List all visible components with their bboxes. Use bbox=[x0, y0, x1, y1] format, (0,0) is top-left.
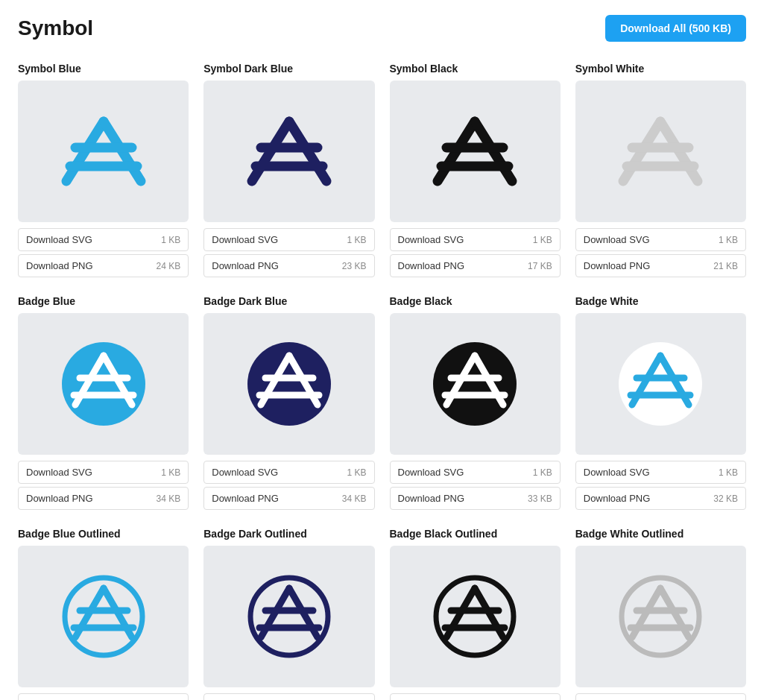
page-header: Symbol Download All (500 KB) bbox=[18, 15, 746, 42]
download-size-badge-black-0: 1 KB bbox=[533, 467, 552, 478]
download-size-symbol-white-0: 1 KB bbox=[719, 235, 738, 245]
download-row-symbol-white-1[interactable]: Download PNG21 KB bbox=[575, 254, 746, 277]
card-label-symbol-black: Symbol Black bbox=[390, 63, 561, 75]
download-label-badge-white-0: Download SVG bbox=[584, 467, 650, 478]
download-size-badge-dark-blue-0: 1 KB bbox=[347, 467, 366, 478]
card-label-symbol-dark-blue: Symbol Dark Blue bbox=[203, 63, 374, 75]
download-row-badge-white-1[interactable]: Download PNG32 KB bbox=[575, 487, 746, 510]
download-row-symbol-dark-blue-0[interactable]: Download SVG1 KB bbox=[203, 228, 374, 251]
download-label-symbol-white-1: Download PNG bbox=[584, 260, 651, 271]
download-label-symbol-black-0: Download SVG bbox=[398, 234, 464, 245]
card-image-badge-black-outlined bbox=[390, 546, 561, 687]
download-row-symbol-blue-0[interactable]: Download SVG1 KB bbox=[18, 228, 189, 251]
download-row-badge-black-outlined-0[interactable]: Download SVG1 KB bbox=[390, 693, 561, 700]
download-size-symbol-blue-1: 24 KB bbox=[157, 261, 181, 271]
card-image-badge-blue bbox=[18, 313, 189, 455]
download-size-badge-white-0: 1 KB bbox=[719, 467, 738, 478]
download-size-symbol-black-1: 17 KB bbox=[528, 261, 552, 271]
card-badge-dark-blue: Badge Dark Blue Download SVG1 KBDownload… bbox=[203, 295, 374, 510]
card-image-badge-white bbox=[575, 313, 746, 455]
download-size-symbol-dark-blue-1: 23 KB bbox=[342, 261, 367, 271]
download-size-badge-black-1: 33 KB bbox=[528, 494, 552, 504]
download-size-badge-blue-0: 1 KB bbox=[161, 467, 180, 478]
download-row-badge-blue-1[interactable]: Download PNG34 KB bbox=[18, 487, 189, 510]
card-badge-black: Badge Black Download SVG1 KBDownload PNG… bbox=[390, 295, 561, 510]
download-size-symbol-white-1: 21 KB bbox=[713, 261, 738, 271]
download-label-symbol-dark-blue-1: Download PNG bbox=[212, 260, 279, 271]
card-badge-blue-outlined: Badge Blue Outlined Download SVG1 KBDown… bbox=[18, 528, 189, 700]
card-badge-black-outlined: Badge Black Outlined Download SVG1 KBDow… bbox=[390, 528, 561, 700]
card-label-badge-blue: Badge Blue bbox=[18, 295, 189, 307]
download-size-badge-blue-1: 34 KB bbox=[157, 494, 181, 504]
download-label-badge-black-0: Download SVG bbox=[398, 467, 464, 478]
download-label-badge-blue-0: Download SVG bbox=[26, 467, 92, 478]
card-image-symbol-white bbox=[575, 81, 746, 222]
card-label-badge-black: Badge Black bbox=[390, 295, 561, 307]
card-symbol-white: Symbol White Download SVG1 KBDownload PN… bbox=[575, 63, 746, 277]
download-size-symbol-blue-0: 1 KB bbox=[161, 235, 180, 245]
card-image-badge-dark-outlined bbox=[203, 546, 374, 687]
download-row-symbol-dark-blue-1[interactable]: Download PNG23 KB bbox=[203, 254, 374, 277]
card-symbol-dark-blue: Symbol Dark Blue Download SVG1 KBDownloa… bbox=[203, 63, 374, 277]
download-row-symbol-black-0[interactable]: Download SVG1 KB bbox=[390, 228, 561, 251]
card-label-badge-white-outlined: Badge White Outlined bbox=[575, 528, 746, 540]
download-row-badge-white-0[interactable]: Download SVG1 KB bbox=[575, 461, 746, 484]
download-row-badge-dark-blue-1[interactable]: Download PNG34 KB bbox=[203, 487, 374, 510]
card-image-symbol-black bbox=[390, 81, 561, 222]
download-label-badge-black-1: Download PNG bbox=[398, 493, 465, 504]
card-symbol-black: Symbol Black Download SVG1 KBDownload PN… bbox=[390, 63, 561, 277]
card-image-badge-dark-blue bbox=[203, 313, 374, 455]
download-label-badge-dark-blue-1: Download PNG bbox=[212, 493, 279, 504]
download-size-badge-white-1: 32 KB bbox=[713, 494, 738, 504]
download-size-badge-dark-blue-1: 34 KB bbox=[342, 494, 367, 504]
card-label-badge-blue-outlined: Badge Blue Outlined bbox=[18, 528, 189, 540]
card-label-badge-white: Badge White bbox=[575, 295, 746, 307]
card-image-symbol-dark-blue bbox=[203, 81, 374, 222]
card-label-badge-black-outlined: Badge Black Outlined bbox=[390, 528, 561, 540]
download-all-button[interactable]: Download All (500 KB) bbox=[605, 15, 746, 42]
download-row-badge-dark-outlined-0[interactable]: Download SVG1 KB bbox=[203, 693, 374, 700]
download-row-badge-white-outlined-0[interactable]: Download SVG1 KB bbox=[575, 693, 746, 700]
card-label-badge-dark-outlined: Badge Dark Outlined bbox=[203, 528, 374, 540]
card-image-badge-white-outlined bbox=[575, 546, 746, 687]
download-label-badge-dark-blue-0: Download SVG bbox=[212, 467, 278, 478]
page-title: Symbol bbox=[18, 16, 93, 40]
download-row-symbol-black-1[interactable]: Download PNG17 KB bbox=[390, 254, 561, 277]
download-label-badge-white-1: Download PNG bbox=[584, 493, 651, 504]
card-badge-dark-outlined: Badge Dark Outlined Download SVG1 KBDown… bbox=[203, 528, 374, 700]
card-label-symbol-white: Symbol White bbox=[575, 63, 746, 75]
download-size-symbol-dark-blue-0: 1 KB bbox=[347, 235, 366, 245]
card-label-symbol-blue: Symbol Blue bbox=[18, 63, 189, 75]
download-label-symbol-blue-1: Download PNG bbox=[26, 260, 93, 271]
download-row-badge-dark-blue-0[interactable]: Download SVG1 KB bbox=[203, 461, 374, 484]
card-badge-white-outlined: Badge White Outlined Download SVG1 KBDow… bbox=[575, 528, 746, 700]
download-label-symbol-blue-0: Download SVG bbox=[26, 234, 92, 245]
download-row-badge-black-0[interactable]: Download SVG1 KB bbox=[390, 461, 561, 484]
cards-grid: Symbol Blue Download SVG1 KBDownload PNG… bbox=[18, 63, 746, 700]
download-size-symbol-black-0: 1 KB bbox=[533, 235, 552, 245]
download-row-symbol-white-0[interactable]: Download SVG1 KB bbox=[575, 228, 746, 251]
card-image-badge-black bbox=[390, 313, 561, 455]
download-row-badge-black-1[interactable]: Download PNG33 KB bbox=[390, 487, 561, 510]
card-badge-blue: Badge Blue Download SVG1 KBDownload PNG3… bbox=[18, 295, 189, 510]
download-label-symbol-black-1: Download PNG bbox=[398, 260, 465, 271]
download-label-symbol-dark-blue-0: Download SVG bbox=[212, 234, 278, 245]
card-symbol-blue: Symbol Blue Download SVG1 KBDownload PNG… bbox=[18, 63, 189, 277]
download-label-symbol-white-0: Download SVG bbox=[584, 234, 650, 245]
download-row-badge-blue-0[interactable]: Download SVG1 KB bbox=[18, 461, 189, 484]
download-label-badge-blue-1: Download PNG bbox=[26, 493, 93, 504]
card-image-symbol-blue bbox=[18, 81, 189, 222]
card-badge-white: Badge White Download SVG1 KBDownload PNG… bbox=[575, 295, 746, 510]
card-image-badge-blue-outlined bbox=[18, 546, 189, 687]
download-row-badge-blue-outlined-0[interactable]: Download SVG1 KB bbox=[18, 693, 189, 700]
download-row-symbol-blue-1[interactable]: Download PNG24 KB bbox=[18, 254, 189, 277]
card-label-badge-dark-blue: Badge Dark Blue bbox=[203, 295, 374, 307]
